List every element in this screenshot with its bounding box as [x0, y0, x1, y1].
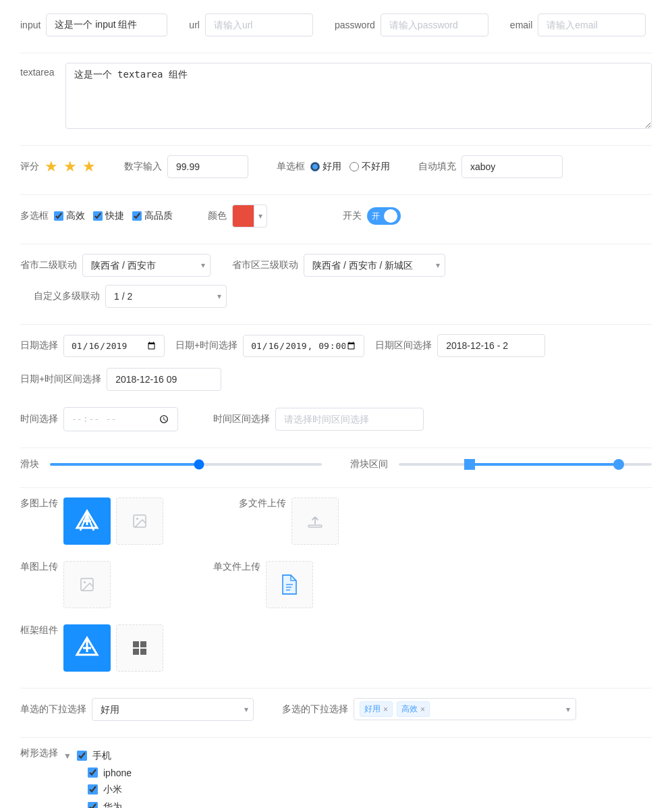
datetime-range-label: 日期+时间区间选择 — [20, 373, 101, 385]
checkbox-input-2[interactable] — [93, 211, 103, 221]
single-image-upload-button[interactable] — [63, 561, 111, 608]
email-field[interactable] — [538, 14, 646, 36]
auto-fill-field[interactable] — [461, 155, 563, 178]
svg-point-7 — [84, 581, 86, 583]
textarea-field[interactable]: 这是一个 textarea 组件 — [65, 63, 652, 129]
color-picker[interactable]: ▾ — [232, 205, 267, 227]
date-range-input[interactable] — [437, 334, 545, 357]
image-preview-1[interactable] — [63, 497, 111, 545]
single-image-upload-label: 单图上传 — [20, 561, 58, 573]
rating-label: 评分 — [20, 161, 39, 173]
file-upload-button-1[interactable] — [291, 497, 339, 545]
multi-file-upload-label: 多文件上传 — [239, 497, 286, 510]
tree-toggle-phone[interactable]: ▼ — [63, 751, 72, 761]
radio-option-2[interactable]: 不好用 — [349, 161, 390, 173]
color-arrow-icon[interactable]: ▾ — [254, 211, 267, 221]
checkbox-input-1[interactable] — [54, 211, 63, 221]
custom-cascade-label: 自定义多级联动 — [34, 290, 100, 302]
date-range-label: 日期区间选择 — [375, 340, 432, 352]
input-label: input — [20, 20, 40, 30]
frame-upload-button[interactable] — [116, 624, 163, 672]
star-2[interactable]: ★ — [63, 158, 77, 176]
svg-rect-5 — [308, 525, 322, 527]
tree-children-phone: iphone 小米 华为 — [63, 765, 132, 808]
url-label: url — [189, 20, 200, 30]
multi-select-tag-2: 高效 × — [397, 701, 430, 717]
tree-select-label: 树形选择 — [20, 747, 58, 759]
datetime-picker-input[interactable] — [243, 335, 364, 357]
tree-checkbox-iphone[interactable] — [88, 767, 98, 778]
province-city-label: 省市二级联动 — [20, 259, 77, 271]
tree-node-iphone-label: iphone — [103, 767, 132, 778]
multi-select-tag-1: 好用 × — [360, 701, 393, 717]
datetime-picker-label: 日期+时间选择 — [175, 340, 237, 352]
province-city-district-label: 省市区三级联动 — [232, 259, 298, 271]
multi-select-label: 多选的下拉选择 — [282, 703, 348, 716]
tree-node-iphone: iphone — [88, 765, 132, 781]
tag-close-2[interactable]: × — [420, 705, 425, 714]
radio-input-1[interactable] — [310, 162, 320, 171]
auto-fill-label: 自动填充 — [418, 161, 456, 173]
tree-node-xiaomi-label: 小米 — [103, 784, 122, 796]
password-field[interactable] — [381, 14, 488, 36]
province-city-district-select[interactable]: 陕西省 / 西安市 / 新城区 — [304, 254, 445, 277]
tag-close-1[interactable]: × — [383, 705, 388, 714]
custom-cascade-select[interactable]: 1 / 2 — [105, 285, 227, 308]
single-file-upload-button[interactable] — [266, 561, 313, 608]
input-field[interactable] — [46, 14, 167, 36]
multi-select-dropdown[interactable]: 好用 × 高效 × ▾ — [354, 698, 576, 720]
checkbox-item-1[interactable]: 高效 — [54, 210, 85, 222]
time-picker-input[interactable] — [63, 407, 178, 431]
tree-node-huawei-label: 华为 — [103, 801, 122, 808]
frame-component-label: 框架组件 — [20, 624, 58, 637]
password-label: password — [335, 20, 375, 30]
slider-input[interactable] — [50, 463, 322, 466]
email-label: email — [510, 20, 532, 30]
single-select-wrap: 好用 不好用 — [92, 698, 254, 721]
number-input-label: 数字输入 — [124, 161, 162, 173]
toggle-label: 开关 — [343, 210, 362, 222]
multi-image-upload-label: 多图上传 — [20, 497, 58, 510]
tree-checkbox-xiaomi[interactable] — [88, 784, 98, 794]
tag-label-2: 高效 — [401, 703, 418, 715]
tree-node-xiaomi: 小米 — [88, 781, 132, 799]
checkbox-input-3[interactable] — [132, 211, 142, 221]
multi-image-upload-group — [63, 497, 163, 545]
date-picker-input[interactable] — [63, 335, 165, 357]
checkbox-group: 高效 快捷 高品质 — [54, 210, 173, 222]
time-range-input[interactable] — [275, 408, 424, 431]
datetime-range-input[interactable] — [107, 368, 221, 391]
radio-input-2[interactable] — [349, 162, 359, 171]
checkbox-label-2: 快捷 — [105, 210, 124, 222]
tree-node-huawei: 华为 — [88, 799, 132, 808]
checkbox-label-3: 高品质 — [144, 210, 173, 222]
date-picker-label: 日期选择 — [20, 340, 58, 352]
tree-checkbox-huawei[interactable] — [88, 802, 98, 808]
url-field[interactable] — [205, 14, 313, 36]
multi-select-arrow-icon: ▾ — [566, 705, 570, 714]
svg-rect-13 — [133, 649, 139, 655]
tree-checkbox-phone[interactable] — [77, 751, 87, 761]
checkbox-label: 多选框 — [20, 210, 49, 222]
province-city-select[interactable]: 陕西省 / 西安市 — [82, 254, 211, 277]
frame-preview-1[interactable] — [63, 624, 111, 672]
tree-node-phone-label: 手机 — [92, 750, 111, 762]
color-swatch — [233, 205, 254, 227]
checkbox-item-2[interactable]: 快捷 — [93, 210, 124, 222]
single-select-dropdown[interactable]: 好用 不好用 — [92, 698, 254, 721]
frame-component-group — [63, 624, 163, 672]
star-3[interactable]: ★ — [82, 158, 96, 176]
province-city-district-select-wrap: 陕西省 / 西安市 / 新城区 — [304, 254, 445, 277]
radio-label: 单选框 — [277, 161, 305, 173]
radio-option-1[interactable]: 好用 — [310, 161, 341, 173]
tree-select-container: ▼ 手机 iphone 小米 华为 — [63, 747, 132, 808]
single-select-label: 单选的下拉选择 — [20, 703, 86, 716]
star-1[interactable]: ★ — [45, 158, 58, 176]
checkbox-item-3[interactable]: 高品质 — [132, 210, 173, 222]
number-input-field[interactable] — [167, 155, 248, 178]
toggle-switch[interactable]: 开 — [367, 207, 401, 225]
image-upload-button-1[interactable] — [116, 497, 163, 545]
time-picker-label: 时间选择 — [20, 413, 58, 425]
radio-label-2: 不好用 — [362, 161, 390, 173]
color-label: 颜色 — [208, 210, 227, 222]
